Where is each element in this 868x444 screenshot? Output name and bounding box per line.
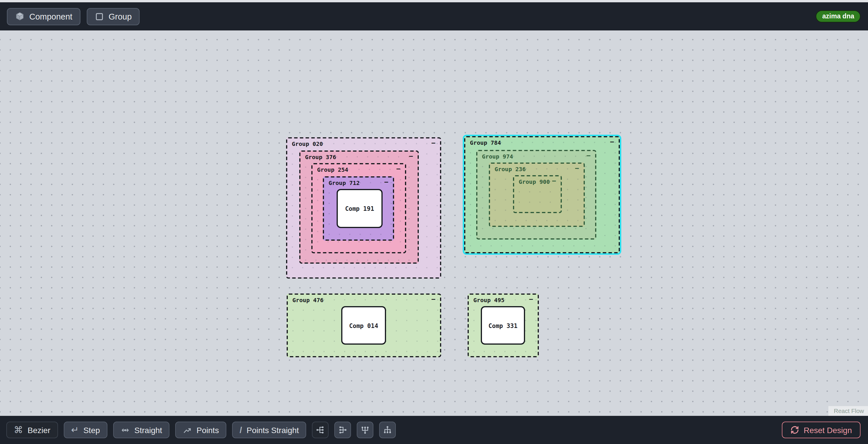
group-label: Group 974 [482, 153, 513, 160]
layout-tree-down-button[interactable] [379, 422, 396, 438]
step-label: Step [83, 425, 100, 435]
collapse-button[interactable]: − [409, 152, 413, 161]
group-label: Group 376 [305, 153, 336, 161]
app-window: Component Group azima dna React Flow ⌘ B… [0, 0, 868, 444]
cube-icon [15, 11, 25, 21]
collapse-button[interactable]: − [431, 295, 435, 304]
group-label: Group 476 [292, 296, 323, 304]
edge-type-points-straight-button[interactable]: / Points Straight [232, 422, 306, 438]
points-label: Points [196, 425, 219, 435]
layout-tree-left-button[interactable] [335, 422, 351, 438]
edge-type-points-button[interactable]: Points [175, 422, 226, 438]
points-straight-label: Points Straight [247, 425, 299, 435]
collapse-button[interactable]: − [587, 152, 591, 161]
bezier-label: Bezier [28, 425, 50, 435]
group-label: Group 020 [292, 140, 323, 148]
group-label: Group 784 [470, 139, 501, 147]
edge-type-step-button[interactable]: ↵ Step [63, 422, 107, 438]
refresh-icon [790, 425, 799, 434]
group-label: Group 900 [519, 178, 550, 186]
edge-type-bezier-button[interactable]: ⌘ Bezier [6, 422, 58, 438]
collapse-button[interactable]: − [552, 177, 556, 186]
component-label: Comp 331 [488, 322, 517, 329]
tree-up-icon [361, 425, 370, 435]
group-label: Group 495 [473, 296, 504, 304]
collapse-button[interactable]: − [396, 165, 400, 174]
tree-left-icon [338, 425, 348, 435]
add-group-button[interactable]: Group [87, 8, 140, 25]
layout-tree-up-button[interactable] [357, 422, 374, 438]
return-icon: ↵ [71, 425, 79, 435]
top-strip [0, 0, 868, 2]
reactflow-attribution[interactable]: React Flow [829, 406, 868, 416]
add-component-button[interactable]: Component [7, 8, 81, 25]
reset-design-button[interactable]: Reset Design [782, 422, 861, 438]
collapse-button[interactable]: − [575, 164, 579, 173]
component-node-comp-331[interactable]: Comp 331 [481, 306, 525, 345]
collapse-button[interactable]: − [529, 295, 533, 304]
slash-icon: / [240, 425, 242, 435]
layout-tree-right-button[interactable] [312, 422, 329, 438]
collapse-button[interactable]: − [384, 178, 388, 187]
group-label: Group 254 [317, 166, 348, 173]
add-component-label: Component [29, 12, 72, 21]
reset-design-label: Reset Design [804, 425, 852, 435]
zigzag-arrow-icon [183, 425, 192, 435]
edge-type-straight-button[interactable]: Straight [113, 422, 170, 438]
tree-down-icon [383, 425, 393, 435]
top-toolbar: Component Group azima dna [0, 2, 868, 30]
component-node-comp-014[interactable]: Comp 014 [341, 306, 386, 345]
bottom-toolbar: ⌘ Bezier ↵ Step Straight [0, 416, 868, 444]
add-group-label: Group [108, 12, 132, 21]
tree-right-icon [316, 425, 326, 435]
collapse-button[interactable]: − [610, 138, 614, 147]
command-icon: ⌘ [14, 425, 23, 435]
arrow-horizontal-icon [121, 425, 130, 435]
group-node-group-900[interactable]: Group 900− [513, 175, 562, 213]
group-label: Group 236 [495, 165, 526, 173]
straight-label: Straight [134, 425, 162, 435]
component-label: Comp 191 [345, 205, 374, 212]
component-node-comp-191[interactable]: Comp 191 [337, 189, 382, 228]
square-icon [95, 12, 104, 21]
collapse-button[interactable]: − [431, 139, 435, 148]
group-label: Group 712 [329, 179, 360, 187]
brand-badge[interactable]: azima dna [816, 10, 861, 23]
component-label: Comp 014 [349, 322, 378, 329]
